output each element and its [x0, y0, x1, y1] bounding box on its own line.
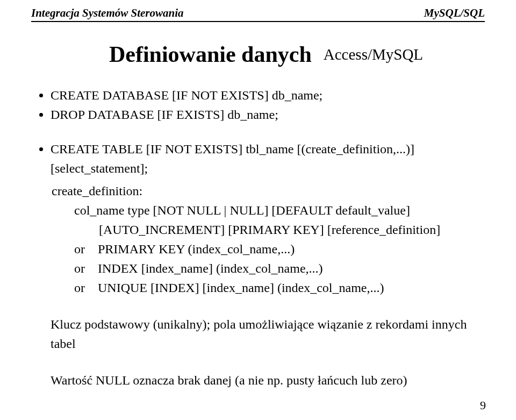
page-subtitle: Access/MySQL — [324, 46, 423, 63]
definition-line: col_name type [NOT NULL | NULL] [DEFAULT… — [74, 201, 485, 220]
spacer — [31, 127, 485, 139]
definition-label: create_definition: — [52, 181, 485, 201]
notes-block: Klucz podstawowy (unikalny); pola umożli… — [51, 315, 485, 390]
header-rule — [31, 21, 485, 22]
page-number: 9 — [480, 398, 486, 412]
bullet-list: CREATE DATABASE [IF NOT EXISTS] db_name;… — [31, 86, 485, 124]
page-title: Definiowanie danych — [109, 42, 312, 67]
or-keyword: or — [74, 259, 98, 278]
page-header: Integracja Systemów Sterowania MySQL/SQL — [31, 6, 485, 21]
note-text: Wartość NULL oznacza brak danej (a nie n… — [51, 371, 485, 390]
title-row: Definiowanie danych Access/MySQL — [47, 41, 485, 67]
bullet-item: CREATE DATABASE [IF NOT EXISTS] db_name; — [51, 86, 485, 105]
definition-text: INDEX [index_name] (index_col_name,...) — [98, 261, 323, 275]
bullet-list: CREATE TABLE [IF NOT EXISTS] tbl_name [(… — [31, 139, 485, 178]
note-text: Klucz podstawowy (unikalny); pola umożli… — [51, 315, 485, 353]
definition-or-row: orPRIMARY KEY (index_col_name,...) — [74, 239, 485, 259]
definition-text: PRIMARY KEY (index_col_name,...) — [98, 242, 295, 256]
header-left: Integracja Systemów Sterowania — [31, 6, 184, 20]
or-keyword: or — [74, 278, 98, 297]
or-keyword: or — [74, 239, 98, 259]
create-definition-block: create_definition: col_name type [NOT NU… — [51, 181, 485, 297]
definition-or-row: orUNIQUE [INDEX] [index_name] (index_col… — [74, 278, 485, 297]
page-container: Integracja Systemów Sterowania MySQL/SQL… — [0, 0, 516, 420]
bullet-item: CREATE TABLE [IF NOT EXISTS] tbl_name [(… — [51, 139, 485, 178]
definition-line: [AUTO_INCREMENT] [PRIMARY KEY] [referenc… — [99, 220, 485, 239]
header-right: MySQL/SQL — [424, 6, 485, 20]
bullet-item: DROP DATABASE [IF EXISTS] db_name; — [51, 105, 485, 124]
definition-or-row: orINDEX [index_name] (index_col_name,...… — [74, 259, 485, 278]
definition-text: UNIQUE [INDEX] [index_name] (index_col_n… — [98, 281, 384, 295]
